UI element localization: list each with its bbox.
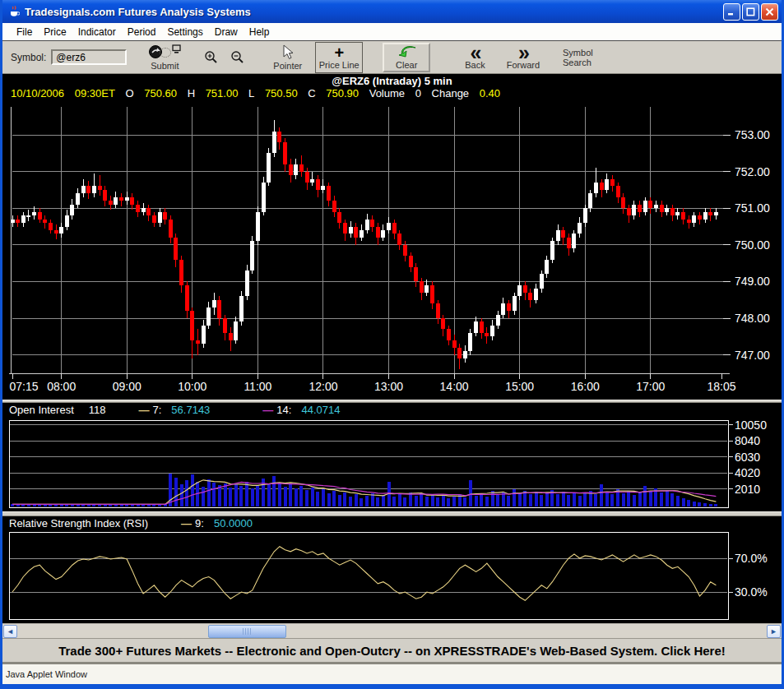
svg-text:12:00: 12:00 <box>308 380 337 393</box>
quote-info-line: 10/10/2006 09:30ET O 750.60 H 751.00 L 7… <box>2 87 782 100</box>
svg-text:70.0%: 70.0% <box>735 552 768 565</box>
svg-text:17:00: 17:00 <box>636 380 665 393</box>
zoom-in-icon[interactable] <box>204 50 219 65</box>
price-line-label: Price Line <box>319 61 360 70</box>
back-button[interactable]: « Back <box>465 45 485 70</box>
menu-indicator[interactable]: Indicator <box>72 26 122 38</box>
svg-text:11:00: 11:00 <box>244 380 271 393</box>
svg-text:09:00: 09:00 <box>113 380 141 393</box>
svg-text:8040: 8040 <box>735 434 760 447</box>
symbol-search-line2: Search <box>563 58 593 67</box>
oi-ma14-value: 44.0714 <box>301 403 340 418</box>
menu-draw[interactable]: Draw <box>209 26 244 38</box>
open-interest-svg: 100508040603040202010 <box>2 418 782 511</box>
open-interest-header: Open Interest 118 — 7: 56.7143 — 14: 44.… <box>2 403 782 418</box>
status-bar-text: Java Applet Window <box>6 669 87 679</box>
low-value: 750.50 <box>265 87 298 99</box>
main-chart-panel: @ERZ6 (Intraday) 5 min 10/10/2006 09:30E… <box>2 74 782 400</box>
status-bar: Java Applet Window <box>2 663 782 684</box>
svg-text:748.00: 748.00 <box>735 312 770 325</box>
quote-time: 09:30ET <box>75 87 115 99</box>
open-value: 750.60 <box>144 87 177 99</box>
low-label: L <box>248 87 254 99</box>
forward-label: Forward <box>507 61 540 70</box>
menu-settings[interactable]: Settings <box>161 26 208 38</box>
svg-text:13:00: 13:00 <box>374 380 403 393</box>
oi-ma14-dash-icon: — <box>262 403 273 418</box>
rsi-title: Relative Strength Index (RSI) <box>9 516 148 531</box>
window-title: Tradesignals.com Futures Analysis System… <box>25 6 721 18</box>
svg-text:15:00: 15:00 <box>505 380 534 393</box>
svg-text:750.00: 750.00 <box>735 238 770 252</box>
ad-banner[interactable]: Trade 300+ Futures Markets -- Electronic… <box>2 638 782 663</box>
svg-text:08:00: 08:00 <box>47 380 76 393</box>
clear-arrow-icon <box>396 45 417 60</box>
oi-ma7-dash-icon: — <box>139 403 150 418</box>
svg-text:16:00: 16:00 <box>571 380 600 393</box>
ad-banner-text: Trade 300+ Futures Markets -- Electronic… <box>58 644 726 658</box>
submit-button[interactable]: Submit <box>148 44 181 71</box>
scroll-right-arrow[interactable]: ► <box>767 625 781 638</box>
scroll-thumb-grip <box>243 628 252 635</box>
forward-button[interactable]: » Forward <box>507 45 540 70</box>
clear-label: Clear <box>396 61 417 70</box>
volume-value: 0 <box>415 87 421 99</box>
oi-title: Open Interest <box>9 403 74 418</box>
oi-current-value: 118 <box>89 403 106 418</box>
monitor-icon <box>172 44 181 54</box>
price-line-button[interactable]: + Price Line <box>315 42 363 73</box>
oi-ma14-period: 14: <box>276 403 291 418</box>
open-label: O <box>125 87 133 99</box>
menu-help[interactable]: Help <box>244 26 276 38</box>
svg-text:749.00: 749.00 <box>735 275 770 288</box>
rsi-dash-icon: — <box>181 516 192 531</box>
svg-text:752.00: 752.00 <box>735 165 770 178</box>
submit-label: Submit <box>151 62 179 71</box>
quote-date: 10/10/2006 <box>11 87 64 99</box>
price-line-plus-icon: + <box>334 45 344 60</box>
minimize-icon <box>727 7 736 16</box>
titlebar: Tradesignals.com Futures Analysis System… <box>2 0 782 23</box>
menu-period[interactable]: Period <box>122 26 162 38</box>
high-label: H <box>188 87 195 99</box>
toolbar: Symbol: Submit <box>2 41 782 74</box>
close-button[interactable] <box>761 3 778 21</box>
pointer-label: Pointer <box>273 62 302 71</box>
java-icon <box>7 6 20 18</box>
symbol-search-button[interactable]: Symbol Search <box>563 48 593 67</box>
submit-focus-ring <box>160 48 171 58</box>
maximize-icon <box>746 7 755 16</box>
svg-text:753.00: 753.00 <box>735 128 770 141</box>
rsi-panel: Relative Strength Index (RSI) — 9: 50.00… <box>2 516 782 623</box>
back-label: Back <box>465 61 485 70</box>
change-value: 0.40 <box>480 87 500 99</box>
high-value: 751.00 <box>206 87 239 99</box>
svg-text:2010: 2010 <box>735 483 760 496</box>
open-interest-panel: Open Interest 118 — 7: 56.7143 — 14: 44.… <box>2 403 782 511</box>
horizontal-scrollbar[interactable]: ◄ ► <box>2 623 782 638</box>
close-label: C <box>308 87 315 99</box>
svg-text:10:00: 10:00 <box>178 380 206 393</box>
symbol-label: Symbol: <box>11 52 46 63</box>
symbol-input[interactable] <box>51 49 127 65</box>
menu-price[interactable]: Price <box>38 26 72 38</box>
main-chart-svg: 753.00752.00751.00750.00749.00748.00747.… <box>2 100 782 400</box>
oi-ma7-value: 56.7143 <box>171 403 210 418</box>
svg-text:751.00: 751.00 <box>735 201 770 215</box>
scroll-thumb[interactable] <box>208 625 286 638</box>
pointer-tool-button[interactable]: Pointer <box>273 44 302 71</box>
zoom-out-icon[interactable] <box>230 50 245 65</box>
menu-file[interactable]: File <box>11 26 38 38</box>
svg-text:4020: 4020 <box>735 466 760 479</box>
close-icon <box>765 7 774 16</box>
scroll-left-arrow[interactable]: ◄ <box>3 625 17 638</box>
change-label: Change <box>432 87 470 99</box>
clear-button[interactable]: Clear <box>383 43 430 72</box>
maximize-button[interactable] <box>742 3 759 21</box>
application-window: Tradesignals.com Futures Analysis System… <box>0 0 784 689</box>
oi-ma7-period: 7: <box>153 403 162 418</box>
svg-text:14:00: 14:00 <box>440 380 469 393</box>
menu-bar: File Price Indicator Period Settings Dra… <box>2 23 782 41</box>
minimize-button[interactable] <box>723 3 740 21</box>
svg-text:10050: 10050 <box>735 418 767 432</box>
